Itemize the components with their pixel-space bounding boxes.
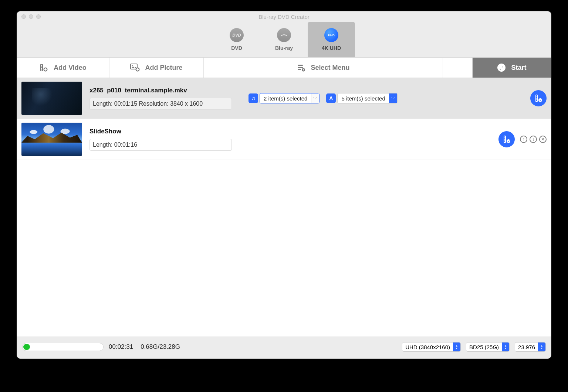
btn-label: Start bbox=[511, 64, 526, 72]
item-name: SlideShow bbox=[89, 128, 241, 135]
traffic-lights bbox=[21, 14, 41, 19]
film-add-icon bbox=[40, 63, 48, 72]
disc-value: BD25 (25G) bbox=[466, 344, 502, 350]
toolbar-spacer bbox=[443, 58, 473, 78]
dvd-disc-icon: DVD bbox=[230, 28, 244, 42]
svg-rect-12 bbox=[298, 65, 303, 66]
chevron-down-icon: ﹀ bbox=[389, 93, 397, 103]
row-actions: ↑ ↓ ✕ bbox=[498, 131, 547, 147]
disc-usage-fill bbox=[23, 344, 30, 350]
image-add-icon bbox=[130, 64, 140, 72]
slideshow-thumbnail[interactable] bbox=[21, 123, 82, 156]
move-up-button[interactable]: ↑ bbox=[520, 136, 527, 143]
add-video-button[interactable]: Add Video bbox=[17, 58, 109, 78]
svg-rect-11 bbox=[136, 69, 139, 70]
item-list: x265_p010_terminal.sample.mkv Length: 00… bbox=[17, 78, 551, 337]
btn-label: Add Picture bbox=[145, 64, 182, 72]
add-picture-button[interactable]: Add Picture bbox=[109, 58, 204, 78]
mode-dvd[interactable]: DVD DVD bbox=[213, 22, 260, 57]
disc-usage-bar bbox=[22, 343, 104, 351]
svg-point-17 bbox=[497, 64, 506, 72]
mode-label: 4K UHD bbox=[322, 45, 341, 51]
fps-dropdown[interactable]: 23.976 ▲▼ bbox=[515, 342, 546, 352]
reorder-actions: ↑ ↓ ✕ bbox=[520, 136, 547, 143]
titlebar: Blu-ray DVD Creator bbox=[17, 11, 551, 22]
menu-gear-icon bbox=[297, 63, 305, 72]
subtitle-dropdown[interactable]: 5 item(s) selected ﹀ bbox=[337, 93, 397, 103]
start-button[interactable]: Start bbox=[473, 58, 551, 78]
item-row[interactable]: x265_p010_terminal.sample.mkv Length: 00… bbox=[17, 78, 551, 119]
window-title: Blu-ray DVD Creator bbox=[17, 14, 551, 20]
item-meta: x265_p010_terminal.sample.mkv Length: 00… bbox=[89, 87, 241, 110]
resolution-dropdown[interactable]: UHD (3840x2160) ▲▼ bbox=[402, 342, 461, 352]
video-thumbnail[interactable] bbox=[21, 82, 82, 115]
footer-bar: 00:02:31 0.68G/23.28G UHD (3840x2160) ▲▼… bbox=[17, 337, 551, 358]
disc-type-dropdown[interactable]: BD25 (25G) ▲▼ bbox=[466, 342, 510, 352]
subtitle-icon: A bbox=[326, 93, 336, 103]
item-row[interactable]: SlideShow Length: 00:01:16 ↑ ↓ ✕ bbox=[17, 119, 551, 160]
track-selectors: ♫ 2 item(s) selected ﹀ A 5 item(s) selec… bbox=[248, 93, 398, 103]
total-size: 0.68G/23.28G bbox=[141, 343, 180, 351]
move-down-button[interactable]: ↓ bbox=[530, 136, 537, 143]
svg-rect-6 bbox=[44, 69, 47, 70]
fps-value: 23.976 bbox=[515, 344, 538, 350]
toolbar: Add Video Add Picture Select Menu Start bbox=[17, 57, 551, 78]
svg-rect-14 bbox=[298, 69, 301, 70]
svg-point-16 bbox=[303, 69, 304, 70]
mode-tabs: DVD DVD Blu-ray UHD 4K UHD bbox=[17, 22, 551, 57]
btn-label: Add Video bbox=[54, 64, 87, 72]
stepper-handle-icon: ▲▼ bbox=[502, 342, 509, 351]
audio-icon: ♫ bbox=[248, 93, 258, 103]
resolution-value: UHD (3840x2160) bbox=[402, 344, 453, 350]
mode-4k-uhd[interactable]: UHD 4K UHD bbox=[308, 22, 355, 57]
audio-dropdown[interactable]: 2 item(s) selected ﹀ bbox=[260, 93, 320, 103]
uhd-disc-icon: UHD bbox=[324, 28, 338, 42]
btn-label: Select Menu bbox=[311, 64, 349, 72]
close-dot[interactable] bbox=[21, 14, 26, 19]
item-info: Length: 00:01:15 Resolution: 3840 x 1600 bbox=[89, 98, 232, 110]
select-menu-button[interactable]: Select Menu bbox=[204, 58, 443, 78]
row-actions bbox=[530, 90, 547, 106]
chevron-down-icon: ﹀ bbox=[311, 93, 319, 103]
app-window: Blu-ray DVD Creator DVD DVD Blu-ray UHD … bbox=[17, 11, 551, 359]
item-meta: SlideShow Length: 00:01:16 bbox=[89, 128, 241, 151]
svg-rect-13 bbox=[298, 67, 303, 68]
zoom-dot[interactable] bbox=[36, 14, 41, 19]
item-name: x265_p010_terminal.sample.mkv bbox=[89, 87, 241, 94]
subtitle-value: 5 item(s) selected bbox=[338, 95, 389, 102]
mode-label: Blu-ray bbox=[275, 45, 293, 51]
total-duration: 00:02:31 bbox=[109, 343, 133, 351]
edit-clip-button[interactable] bbox=[498, 131, 515, 147]
svg-point-8 bbox=[132, 65, 133, 66]
audio-selector: ♫ 2 item(s) selected ﹀ bbox=[248, 93, 320, 103]
stepper-handle-icon: ▲▼ bbox=[453, 342, 460, 351]
remove-button[interactable]: ✕ bbox=[539, 136, 547, 143]
bluray-disc-icon bbox=[277, 28, 291, 42]
edit-clip-button[interactable] bbox=[530, 90, 547, 106]
minimize-dot[interactable] bbox=[29, 14, 33, 19]
stepper-handle-icon: ▲▼ bbox=[538, 342, 545, 351]
item-info: Length: 00:01:16 bbox=[89, 139, 232, 151]
subtitle-selector: A 5 item(s) selected ﹀ bbox=[326, 93, 397, 103]
mode-bluray[interactable]: Blu-ray bbox=[260, 22, 308, 57]
audio-value: 2 item(s) selected bbox=[260, 95, 311, 102]
mode-label: DVD bbox=[231, 45, 242, 51]
burn-icon bbox=[497, 63, 506, 72]
